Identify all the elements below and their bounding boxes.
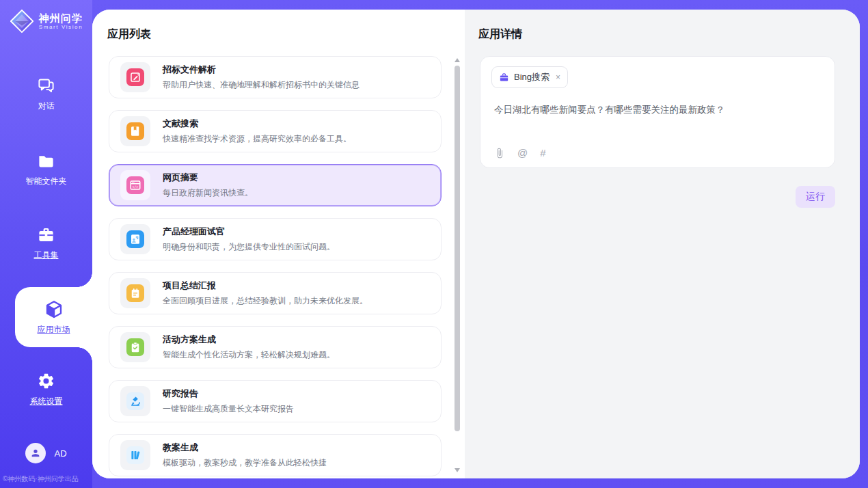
person-icon bbox=[30, 448, 41, 459]
microscope-icon bbox=[126, 392, 144, 410]
close-icon[interactable]: × bbox=[556, 72, 560, 82]
app-card-desc: 快速精准查找学术资源，提高研究效率的必备工具。 bbox=[163, 133, 351, 145]
user-initials: AD bbox=[54, 448, 66, 459]
web-code-icon: </> bbox=[126, 176, 144, 194]
run-button[interactable]: 运行 bbox=[796, 186, 835, 208]
sidebar-item-label: 工具集 bbox=[34, 249, 59, 261]
sidebar: 神州问学 Smart Vision 对话 智能文件夹 工具集 应 bbox=[0, 0, 92, 488]
briefcase-icon bbox=[499, 72, 509, 83]
app-card-literature-search[interactable]: 文献搜索 快速精准查找学术资源，提高研究效率的必备工具。 bbox=[109, 110, 442, 152]
app-list-panel: 应用列表 招标文件解析 帮助用户快速、准确地理解和解析招标书中的关键信息 文献搜… bbox=[92, 10, 465, 478]
scrollbar-thumb[interactable] bbox=[455, 66, 460, 431]
chat-icon bbox=[37, 77, 55, 95]
sidebar-item-app-market-active[interactable]: 应用市场 bbox=[15, 287, 92, 347]
app-card-desc: 一键智能生成高质量长文本研究报告 bbox=[163, 403, 294, 415]
brand-name: 神州问学 bbox=[39, 12, 83, 24]
attachment-icon[interactable] bbox=[494, 148, 505, 159]
app-card-pm-interviewer[interactable]: 产品经理面试官 明确身份和职责，为您提供专业性的面试问题。 bbox=[109, 218, 442, 260]
app-card-desc: 全面回顾项目进展，总结经验教训，助力未来优化发展。 bbox=[163, 295, 368, 307]
hash-icon[interactable]: # bbox=[540, 148, 545, 159]
sidebar-item-settings[interactable]: 系统设置 bbox=[0, 372, 92, 407]
toolbox-icon bbox=[37, 226, 55, 244]
app-card-title: 招标文件解析 bbox=[163, 64, 360, 76]
books-icon bbox=[126, 446, 144, 464]
active-tab-notch-bottom bbox=[77, 347, 92, 362]
sidebar-item-label: 应用市场 bbox=[38, 324, 70, 336]
avatar bbox=[25, 443, 46, 463]
scroll-down-icon[interactable] bbox=[455, 468, 460, 472]
tool-tag-label: Bing搜索 bbox=[514, 71, 550, 83]
app-card-title: 网页摘要 bbox=[163, 172, 253, 184]
app-card-title: 活动方案生成 bbox=[163, 334, 335, 346]
app-list-title: 应用列表 bbox=[107, 27, 151, 42]
folder-icon bbox=[37, 152, 55, 170]
app-list-scrollbar[interactable] bbox=[454, 56, 461, 474]
brand-diamond-icon bbox=[10, 9, 34, 33]
cube-icon bbox=[44, 299, 64, 320]
edit-square-icon bbox=[126, 68, 144, 86]
app-detail-title: 应用详情 bbox=[478, 27, 522, 42]
copyright-text: ©神州数码·神州问学出品 bbox=[3, 474, 92, 484]
main-content: 应用列表 招标文件解析 帮助用户快速、准确地理解和解析招标书中的关键信息 文献搜… bbox=[92, 10, 860, 478]
app-card-project-summary[interactable]: 项目总结汇报 全面回顾项目进展，总结经验教训，助力未来优化发展。 bbox=[109, 272, 442, 314]
app-card-desc: 每日政府新闻资讯快查。 bbox=[163, 187, 253, 199]
sidebar-item-label: 系统设置 bbox=[30, 396, 63, 407]
svg-text:</>: </> bbox=[133, 185, 139, 189]
app-card-title: 产品经理面试官 bbox=[163, 226, 335, 238]
app-card-lesson-plan[interactable]: 教案生成 模板驱动，教案秒成，教学准备从此轻松快捷 bbox=[109, 434, 442, 476]
sidebar-item-smart-folder[interactable]: 智能文件夹 bbox=[0, 152, 92, 187]
app-card-desc: 智能生成个性化活动方案，轻松解决规划难题。 bbox=[163, 349, 335, 361]
sidebar-item-label: 智能文件夹 bbox=[26, 176, 67, 187]
sidebar-item-label: 对话 bbox=[38, 100, 55, 112]
app-card-desc: 帮助用户快速、准确地理解和解析招标书中的关键信息 bbox=[163, 79, 360, 91]
app-card-title: 项目总结汇报 bbox=[163, 280, 368, 292]
app-card-title: 文献搜索 bbox=[163, 118, 351, 130]
prompt-card: Bing搜索 × 今日湖北有哪些新闻要点？有哪些需要关注的最新政策？ @ # bbox=[480, 56, 835, 168]
app-card-event-plan[interactable]: 活动方案生成 智能生成个性化活动方案，轻松解决规划难题。 bbox=[109, 326, 442, 368]
book-icon bbox=[126, 122, 144, 140]
app-card-bid-analysis[interactable]: 招标文件解析 帮助用户快速、准确地理解和解析招标书中的关键信息 bbox=[109, 56, 442, 98]
gear-icon bbox=[37, 372, 55, 390]
notepad-icon bbox=[126, 284, 144, 302]
mention-icon[interactable]: @ bbox=[517, 148, 528, 159]
user-account[interactable]: AD bbox=[0, 443, 92, 463]
prompt-input[interactable]: 今日湖北有哪些新闻要点？有哪些需要关注的最新政策？ bbox=[494, 103, 821, 116]
prompt-toolbar: @ # bbox=[494, 148, 546, 159]
app-card-list: 招标文件解析 帮助用户快速、准确地理解和解析招标书中的关键信息 文献搜索 快速精… bbox=[109, 56, 442, 478]
app-card-desc: 明确身份和职责，为您提供专业性的面试问题。 bbox=[163, 241, 335, 253]
clipboard-check-icon bbox=[126, 338, 144, 356]
sidebar-item-chat[interactable]: 对话 bbox=[0, 77, 92, 112]
app-card-research-report[interactable]: 研究报告 一键智能生成高质量长文本研究报告 bbox=[109, 380, 442, 422]
app-logo: 神州问学 Smart Vision bbox=[0, 9, 92, 33]
scroll-up-icon[interactable] bbox=[455, 58, 460, 62]
app-card-desc: 模板驱动，教案秒成，教学准备从此轻松快捷 bbox=[163, 457, 327, 469]
app-card-title: 教案生成 bbox=[163, 442, 327, 454]
app-card-title: 研究报告 bbox=[163, 388, 294, 400]
tool-tag-bing-search[interactable]: Bing搜索 × bbox=[491, 66, 568, 88]
sidebar-item-toolset[interactable]: 工具集 bbox=[0, 226, 92, 261]
app-detail-panel: 应用详情 Bing搜索 × 今日湖北有哪些新闻要点？有哪些需要关注的最新政策？ … bbox=[465, 10, 860, 478]
active-tab-notch-top bbox=[77, 272, 92, 287]
brand-subtitle: Smart Vision bbox=[39, 24, 83, 31]
interview-icon bbox=[126, 230, 144, 248]
app-card-web-summary[interactable]: </> 网页摘要 每日政府新闻资讯快查。 bbox=[109, 164, 442, 206]
